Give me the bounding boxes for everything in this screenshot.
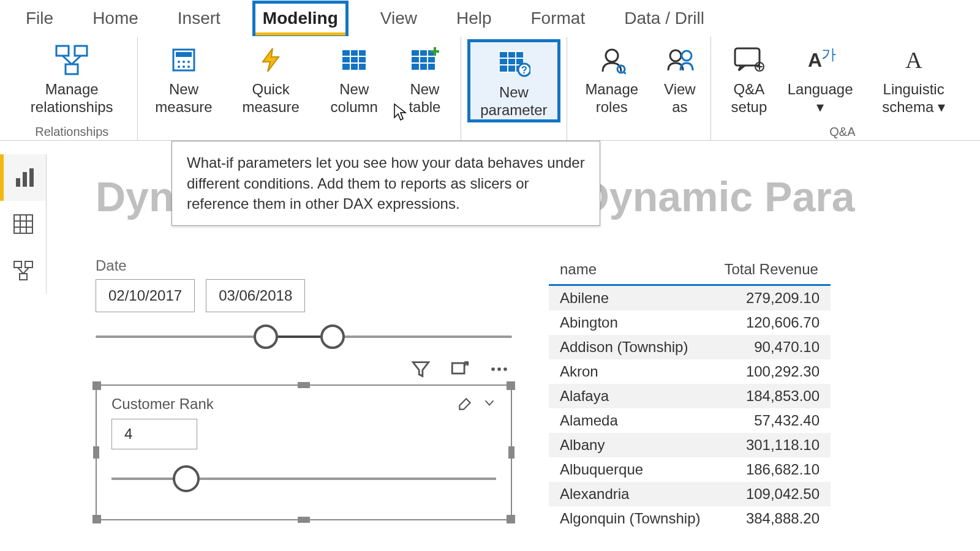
date-range-slider[interactable]	[96, 318, 512, 355]
svg-point-5	[178, 61, 180, 63]
bar-chart-icon	[15, 167, 36, 188]
model-view-button[interactable]	[0, 247, 46, 294]
svg-rect-32	[452, 363, 464, 373]
focus-mode-icon[interactable]	[450, 359, 470, 380]
table-row[interactable]: Abington120,606.70	[549, 310, 831, 335]
resize-handle[interactable]	[92, 381, 101, 390]
new-parameter-button[interactable]: ? New parameter	[467, 39, 560, 122]
model-icon	[13, 260, 34, 281]
revenue-table[interactable]: name Total Revenue Abilene279,209.10Abin…	[549, 257, 831, 531]
col-total-revenue[interactable]: Total Revenue	[713, 257, 831, 285]
svg-rect-20	[735, 48, 760, 66]
new-table-label: New table	[400, 81, 450, 116]
customer-rank-slider[interactable]	[111, 460, 496, 497]
table-row[interactable]: Alexandria109,042.50	[549, 482, 831, 506]
svg-point-9	[183, 66, 185, 68]
linguistic-schema-icon: A	[900, 42, 928, 78]
tab-file[interactable]: File	[18, 4, 61, 33]
date-slider-handle-end[interactable]	[320, 324, 345, 349]
svg-rect-27	[29, 168, 34, 187]
date-to-input[interactable]: 03/06/2018	[206, 279, 305, 312]
group-security: Manage roles View as	[567, 37, 711, 140]
customer-rank-slicer[interactable]: Customer Rank 4	[96, 384, 512, 520]
resize-handle[interactable]	[507, 381, 515, 390]
linguistic-schema-label: Linguistic schema ▾	[864, 81, 963, 116]
svg-rect-30	[25, 261, 32, 268]
table-row[interactable]: Akron100,292.30	[549, 359, 831, 384]
tab-insert[interactable]: Insert	[170, 4, 228, 33]
table-row[interactable]: Albuquerque186,682.10	[549, 457, 831, 482]
svg-point-8	[178, 66, 180, 68]
view-as-button[interactable]: View as	[655, 39, 704, 122]
date-slider-handle-start[interactable]	[254, 324, 278, 349]
new-column-button[interactable]: New column	[318, 39, 390, 122]
group-relationships: Manage relationships Relationships	[6, 37, 138, 140]
table-row[interactable]: Algonquin (Township)384,888.20	[549, 506, 831, 531]
svg-rect-2	[66, 64, 78, 74]
date-slicer[interactable]: Date 02/10/2017 03/06/2018	[96, 257, 512, 380]
resize-handle[interactable]	[92, 515, 101, 523]
svg-rect-29	[14, 261, 21, 268]
resize-handle[interactable]	[298, 517, 310, 523]
manage-relationships-button[interactable]: Manage relationships	[12, 39, 131, 122]
svg-rect-11	[342, 50, 366, 70]
quick-measure-button[interactable]: Quick measure	[228, 39, 314, 122]
customer-rank-input[interactable]: 4	[111, 419, 197, 449]
resize-handle[interactable]	[508, 446, 514, 459]
language-label: Language ▾	[788, 81, 853, 116]
new-table-button[interactable]: New table	[395, 39, 455, 122]
svg-text:A: A	[905, 47, 922, 73]
filter-icon[interactable]	[410, 359, 431, 380]
resize-handle[interactable]	[93, 446, 99, 459]
linguistic-schema-button[interactable]: A Linguistic schema ▾	[859, 39, 968, 122]
svg-point-6	[183, 61, 185, 63]
table-row[interactable]: Alameda57,432.40	[549, 408, 831, 433]
col-name[interactable]: name	[549, 257, 713, 285]
language-icon: A가	[803, 42, 837, 78]
manage-roles-icon	[598, 42, 626, 78]
chevron-down-icon: ▾	[816, 99, 824, 115]
new-parameter-tooltip: What-if parameters let you see how your …	[172, 141, 600, 226]
table-icon	[13, 214, 34, 234]
manage-roles-button[interactable]: Manage roles	[573, 39, 650, 122]
table-row[interactable]: Abilene279,209.10	[549, 285, 831, 311]
manage-relationships-label: Manage relationships	[17, 81, 126, 116]
tab-home[interactable]: Home	[85, 4, 146, 33]
svg-point-33	[491, 367, 495, 371]
svg-rect-1	[75, 46, 87, 56]
more-options-icon[interactable]	[489, 359, 510, 380]
quick-measure-icon	[257, 42, 285, 78]
svg-rect-26	[23, 172, 27, 187]
svg-point-18	[670, 50, 681, 61]
resize-handle[interactable]	[298, 382, 310, 388]
table-row[interactable]: Addison (Township)90,470.10	[549, 335, 831, 359]
tab-data-drill[interactable]: Data / Drill	[617, 4, 712, 33]
qna-setup-label: Q&A setup	[722, 81, 776, 116]
new-measure-button[interactable]: New measure	[144, 39, 223, 122]
table-row[interactable]: Alafaya184,853.00	[549, 384, 831, 408]
new-parameter-label: New parameter	[475, 84, 552, 119]
svg-rect-31	[20, 274, 27, 280]
qna-setup-button[interactable]: Q&A setup	[717, 39, 781, 122]
new-parameter-icon: ?	[497, 45, 530, 81]
tab-view[interactable]: View	[373, 4, 424, 33]
report-view-button[interactable]	[0, 154, 46, 201]
chevron-down-icon[interactable]	[483, 396, 496, 410]
tab-help[interactable]: Help	[449, 4, 499, 33]
new-column-label: New column	[323, 81, 385, 116]
table-row[interactable]: Albany301,118.10	[549, 433, 831, 457]
eraser-icon[interactable]	[457, 396, 473, 412]
tab-format[interactable]: Format	[524, 4, 593, 33]
new-measure-icon	[170, 42, 198, 78]
customer-rank-handle[interactable]	[173, 465, 200, 492]
language-button[interactable]: A가 Language ▾	[786, 39, 854, 122]
tab-modeling[interactable]: Modeling	[252, 1, 349, 36]
new-measure-label: New measure	[149, 81, 218, 116]
svg-rect-4	[176, 52, 192, 57]
resize-handle[interactable]	[507, 515, 515, 523]
svg-text:?: ?	[521, 65, 527, 75]
date-from-input[interactable]: 02/10/2017	[96, 279, 195, 312]
data-view-button[interactable]	[0, 201, 46, 247]
date-slicer-label: Date	[96, 257, 512, 274]
svg-rect-12	[412, 50, 435, 70]
